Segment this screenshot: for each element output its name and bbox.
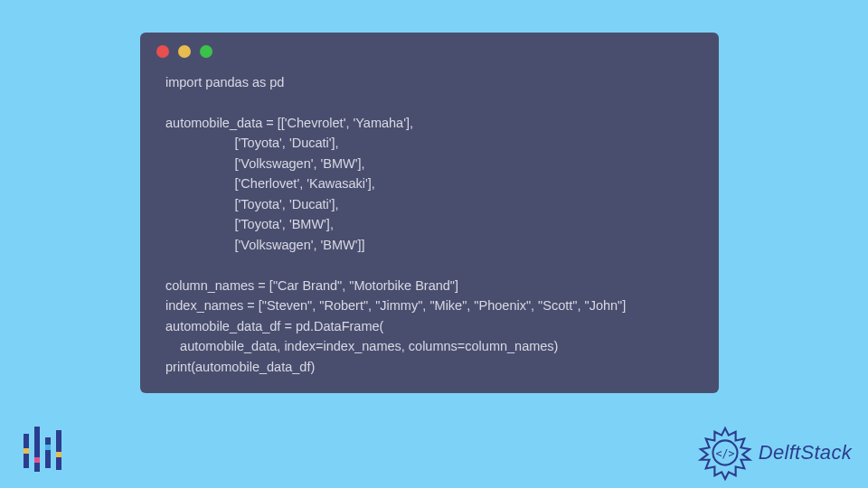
window-header [140, 33, 719, 63]
svg-rect-5 [34, 457, 40, 463]
code-line: automobile_data, index=index_names, colu… [165, 336, 693, 356]
svg-rect-7 [56, 452, 61, 457]
code-line: automobile_data = [['Chevrolet', 'Yamaha… [165, 113, 693, 133]
code-window: import pandas as pd automobile_data = [[… [140, 33, 719, 393]
svg-text:</>: </> [715, 447, 734, 460]
code-line: index_names = ["Steven", "Robert", "Jimm… [165, 296, 693, 315]
svg-rect-2 [45, 437, 51, 468]
close-dot [156, 45, 169, 58]
code-line: column_names = ["Car Brand", "Motorbike … [165, 276, 693, 296]
svg-rect-6 [45, 445, 51, 450]
brand-name: DelftStack [759, 441, 852, 465]
ornament-icon: </> [697, 425, 753, 481]
code-line: print(automobile_data_df) [165, 357, 693, 377]
maximize-dot [200, 45, 212, 58]
left-logo-icon [20, 425, 63, 481]
code-line [165, 92, 693, 112]
svg-rect-1 [34, 427, 40, 472]
svg-rect-4 [24, 448, 29, 454]
code-line: ['Toyota', 'Ducati'], [165, 194, 693, 214]
code-line: ['Cherlovet', 'Kawasaki'], [165, 174, 693, 193]
code-content: import pandas as pd automobile_data = [[… [140, 63, 719, 380]
svg-rect-3 [56, 430, 61, 470]
brand-logo: </> DelftStack [697, 425, 852, 481]
code-line: import pandas as pd [165, 72, 693, 92]
code-line [165, 255, 693, 275]
code-line: ['Toyota', 'BMW'], [165, 214, 693, 234]
code-line: ['Toyota', 'Ducati'], [165, 133, 693, 153]
code-line: automobile_data_df = pd.DataFrame( [165, 316, 693, 336]
code-line: ['Volkswagen', 'BMW'], [165, 154, 693, 174]
minimize-dot [178, 45, 191, 58]
code-line: ['Volkswagen', 'BMW']] [165, 235, 693, 255]
